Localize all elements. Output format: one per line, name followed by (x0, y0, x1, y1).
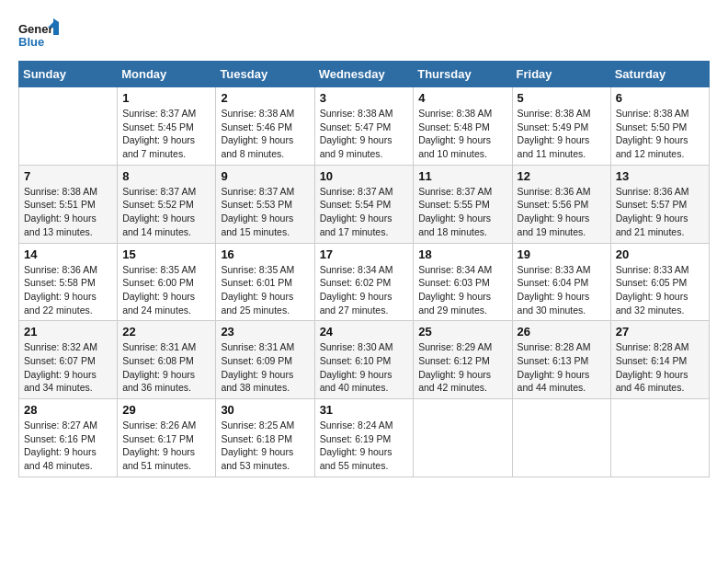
day-number: 8 (122, 169, 210, 183)
calendar-cell: 28Sunrise: 8:27 AM Sunset: 6:16 PM Dayli… (19, 399, 118, 477)
day-info: Sunrise: 8:25 AM Sunset: 6:18 PM Dayligh… (221, 419, 309, 473)
day-number: 21 (24, 325, 112, 339)
day-info: Sunrise: 8:30 AM Sunset: 6:10 PM Dayligh… (320, 340, 409, 395)
day-info: Sunrise: 8:36 AM Sunset: 5:57 PM Dayligh… (616, 185, 704, 239)
calendar-cell: 29Sunrise: 8:26 AM Sunset: 6:17 PM Dayli… (118, 399, 216, 477)
day-info: Sunrise: 8:38 AM Sunset: 5:48 PM Dayligh… (418, 107, 506, 161)
day-number: 28 (24, 403, 112, 417)
day-number: 16 (221, 247, 309, 261)
day-number: 14 (24, 247, 112, 261)
calendar-cell: 6Sunrise: 8:38 AM Sunset: 5:50 PM Daylig… (610, 87, 709, 166)
calendar-cell: 11Sunrise: 8:37 AM Sunset: 5:55 PM Dayli… (414, 165, 512, 243)
calendar-cell: 21Sunrise: 8:32 AM Sunset: 6:07 PM Dayli… (19, 321, 118, 399)
day-number: 27 (616, 325, 704, 339)
svg-text:Blue: Blue (18, 35, 44, 49)
day-info: Sunrise: 8:33 AM Sunset: 6:04 PM Dayligh… (518, 263, 606, 317)
calendar-cell: 1Sunrise: 8:37 AM Sunset: 5:45 PM Daylig… (118, 87, 216, 166)
calendar-cell: 2Sunrise: 8:38 AM Sunset: 5:46 PM Daylig… (216, 87, 314, 166)
day-number: 2 (221, 91, 309, 105)
calendar-cell: 23Sunrise: 8:31 AM Sunset: 6:09 PM Dayli… (216, 321, 314, 399)
day-number: 4 (418, 91, 506, 105)
day-info: Sunrise: 8:31 AM Sunset: 6:08 PM Dayligh… (122, 340, 210, 395)
day-number: 20 (616, 247, 704, 261)
calendar-cell: 5Sunrise: 8:38 AM Sunset: 5:49 PM Daylig… (512, 87, 610, 166)
day-info: Sunrise: 8:27 AM Sunset: 6:16 PM Dayligh… (24, 419, 112, 473)
day-info: Sunrise: 8:38 AM Sunset: 5:46 PM Dayligh… (221, 107, 309, 161)
day-number: 31 (320, 403, 409, 417)
day-info: Sunrise: 8:38 AM Sunset: 5:47 PM Dayligh… (320, 107, 409, 161)
calendar-week-2: 7Sunrise: 8:38 AM Sunset: 5:51 PM Daylig… (19, 165, 710, 243)
day-info: Sunrise: 8:35 AM Sunset: 6:00 PM Dayligh… (122, 263, 210, 317)
day-number: 5 (518, 91, 606, 105)
day-number: 6 (616, 91, 704, 105)
day-number: 9 (221, 169, 309, 183)
day-number: 10 (320, 169, 409, 183)
calendar-cell: 15Sunrise: 8:35 AM Sunset: 6:00 PM Dayli… (118, 243, 216, 321)
day-number: 22 (122, 325, 210, 339)
calendar-cell: 4Sunrise: 8:38 AM Sunset: 5:48 PM Daylig… (414, 87, 512, 166)
day-number: 23 (221, 325, 309, 339)
day-info: Sunrise: 8:28 AM Sunset: 6:13 PM Dayligh… (518, 340, 606, 395)
calendar-cell: 14Sunrise: 8:36 AM Sunset: 5:58 PM Dayli… (19, 243, 118, 321)
calendar-cell: 31Sunrise: 8:24 AM Sunset: 6:19 PM Dayli… (314, 399, 414, 477)
page-header: General Blue (18, 18, 710, 52)
logo-icon: General Blue (18, 18, 59, 52)
day-info: Sunrise: 8:33 AM Sunset: 6:05 PM Dayligh… (616, 263, 704, 317)
weekday-header-sunday: Sunday (19, 62, 118, 87)
day-number: 18 (418, 247, 506, 261)
calendar-cell (414, 399, 512, 477)
calendar-cell (19, 87, 118, 166)
day-number: 17 (320, 247, 409, 261)
calendar-week-1: 1Sunrise: 8:37 AM Sunset: 5:45 PM Daylig… (19, 87, 710, 166)
day-info: Sunrise: 8:38 AM Sunset: 5:50 PM Dayligh… (616, 107, 704, 161)
calendar-cell: 19Sunrise: 8:33 AM Sunset: 6:04 PM Dayli… (512, 243, 610, 321)
day-number: 3 (320, 91, 409, 105)
day-number: 12 (518, 169, 606, 183)
calendar-cell: 9Sunrise: 8:37 AM Sunset: 5:53 PM Daylig… (216, 165, 314, 243)
day-number: 25 (418, 325, 506, 339)
day-info: Sunrise: 8:37 AM Sunset: 5:55 PM Dayligh… (418, 185, 506, 239)
calendar-cell: 26Sunrise: 8:28 AM Sunset: 6:13 PM Dayli… (512, 321, 610, 399)
day-info: Sunrise: 8:31 AM Sunset: 6:09 PM Dayligh… (221, 340, 309, 395)
day-number: 30 (221, 403, 309, 417)
calendar-cell: 25Sunrise: 8:29 AM Sunset: 6:12 PM Dayli… (414, 321, 512, 399)
day-info: Sunrise: 8:28 AM Sunset: 6:14 PM Dayligh… (616, 340, 704, 395)
calendar-cell (512, 399, 610, 477)
calendar-cell: 24Sunrise: 8:30 AM Sunset: 6:10 PM Dayli… (314, 321, 414, 399)
weekday-header-tuesday: Tuesday (216, 62, 314, 87)
logo: General Blue (18, 18, 59, 52)
day-info: Sunrise: 8:37 AM Sunset: 5:52 PM Dayligh… (122, 185, 210, 239)
day-info: Sunrise: 8:29 AM Sunset: 6:12 PM Dayligh… (418, 340, 506, 395)
day-number: 19 (518, 247, 606, 261)
day-info: Sunrise: 8:34 AM Sunset: 6:03 PM Dayligh… (418, 263, 506, 317)
weekday-header-row: SundayMondayTuesdayWednesdayThursdayFrid… (19, 62, 710, 87)
day-number: 7 (24, 169, 112, 183)
day-info: Sunrise: 8:37 AM Sunset: 5:45 PM Dayligh… (122, 107, 210, 161)
calendar-week-4: 21Sunrise: 8:32 AM Sunset: 6:07 PM Dayli… (19, 321, 710, 399)
day-info: Sunrise: 8:36 AM Sunset: 5:58 PM Dayligh… (24, 263, 112, 317)
day-number: 1 (122, 91, 210, 105)
calendar-cell: 17Sunrise: 8:34 AM Sunset: 6:02 PM Dayli… (314, 243, 414, 321)
weekday-header-wednesday: Wednesday (314, 62, 414, 87)
day-info: Sunrise: 8:37 AM Sunset: 5:54 PM Dayligh… (320, 185, 409, 239)
day-number: 11 (418, 169, 506, 183)
weekday-header-friday: Friday (512, 62, 610, 87)
calendar: SundayMondayTuesdayWednesdayThursdayFrid… (18, 61, 710, 477)
calendar-cell (610, 399, 709, 477)
weekday-header-monday: Monday (118, 62, 216, 87)
calendar-cell: 20Sunrise: 8:33 AM Sunset: 6:05 PM Dayli… (610, 243, 709, 321)
day-number: 13 (616, 169, 704, 183)
day-info: Sunrise: 8:37 AM Sunset: 5:53 PM Dayligh… (221, 185, 309, 239)
day-info: Sunrise: 8:38 AM Sunset: 5:51 PM Dayligh… (24, 185, 112, 239)
calendar-cell: 27Sunrise: 8:28 AM Sunset: 6:14 PM Dayli… (610, 321, 709, 399)
day-info: Sunrise: 8:36 AM Sunset: 5:56 PM Dayligh… (518, 185, 606, 239)
weekday-header-thursday: Thursday (414, 62, 512, 87)
calendar-body: 1Sunrise: 8:37 AM Sunset: 5:45 PM Daylig… (19, 87, 710, 477)
day-info: Sunrise: 8:35 AM Sunset: 6:01 PM Dayligh… (221, 263, 309, 317)
calendar-week-3: 14Sunrise: 8:36 AM Sunset: 5:58 PM Dayli… (19, 243, 710, 321)
calendar-cell: 16Sunrise: 8:35 AM Sunset: 6:01 PM Dayli… (216, 243, 314, 321)
weekday-header-saturday: Saturday (610, 62, 709, 87)
day-number: 24 (320, 325, 409, 339)
calendar-cell: 10Sunrise: 8:37 AM Sunset: 5:54 PM Dayli… (314, 165, 414, 243)
day-number: 29 (122, 403, 210, 417)
